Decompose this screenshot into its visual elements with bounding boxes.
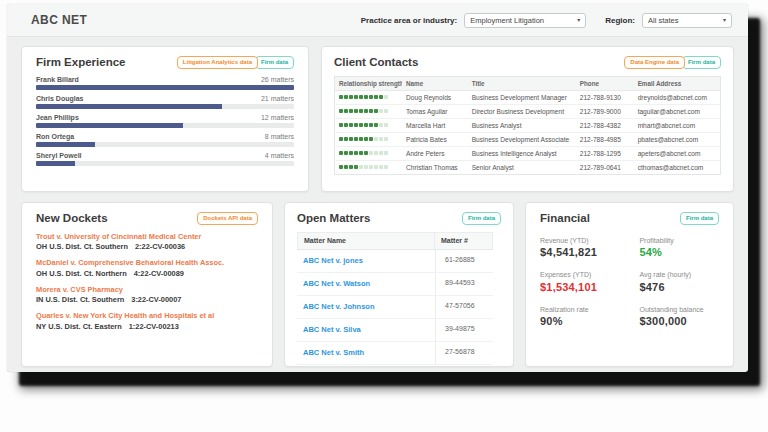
filter-controls: Practice area or industry: Employment Li… <box>361 13 732 28</box>
bar-fill <box>36 161 75 166</box>
metric-label: Avg rate (hourly) <box>639 271 719 278</box>
app-title: ABC NET <box>31 13 87 27</box>
strength-square <box>384 151 388 155</box>
bar-fill <box>36 104 222 109</box>
strength-square <box>364 95 368 99</box>
strength-square <box>369 137 373 141</box>
dockets-list: Trout v. University of Cincinnati Medica… <box>36 232 258 331</box>
practice-area-select[interactable]: Employment Litigation ▾ <box>464 13 586 28</box>
contact-row: Marcella HartBusiness Analyst212-788-438… <box>335 118 721 132</box>
strength-square <box>349 123 353 127</box>
strength-square <box>344 109 348 113</box>
strength-square <box>339 109 343 113</box>
strength-square <box>359 123 363 127</box>
matter-number: 39-49875 <box>435 319 493 341</box>
experience-bar-chart: Frank Billard26 mattersChris Douglas21 m… <box>36 76 294 166</box>
contact-phone: 212-788-9130 <box>576 90 634 104</box>
attorney-name: Chris Douglas <box>36 95 83 102</box>
docket-number: 3:22-CV-00007 <box>131 295 181 304</box>
strength-square <box>379 151 383 155</box>
col-email: Email Address <box>634 76 721 90</box>
strength-square <box>359 165 363 169</box>
strength-square <box>359 109 363 113</box>
docket-item: Trout v. University of Cincinnati Medica… <box>36 232 258 252</box>
col-matter-number: Matter # <box>434 233 492 249</box>
strength-square <box>339 137 343 141</box>
col-relationship-strength: Relationship strength <box>335 76 403 90</box>
docket-case-link[interactable]: McDaniel v. Comprehensive Behavioral Hea… <box>36 258 258 267</box>
contact-name: Patricia Bates <box>402 132 468 146</box>
firm-data-badge: Firm data <box>682 56 721 69</box>
open-matters-card: Open Matters Firm data Matter Name Matte… <box>284 202 514 367</box>
dashboard-main: Firm Experience Litigation Analytics dat… <box>7 37 748 367</box>
metric-value: $476 <box>639 281 719 293</box>
metric-label: Realization rate <box>540 306 631 313</box>
client-contacts-card: Client Contacts Data Engine data Firm da… <box>321 46 734 192</box>
attorney-name: Ron Ortega <box>36 133 74 140</box>
matters-header-row: Matter Name Matter # <box>297 232 493 250</box>
new-dockets-title: New Dockets <box>36 212 108 224</box>
contact-name: Christian Thomas <box>402 160 468 174</box>
strength-square <box>359 137 363 141</box>
client-contacts-table: Relationship strength Name Title Phone E… <box>334 76 721 175</box>
docket-court-line: OH U.S. Dist. Ct. Southern2:22-CV-00036 <box>36 242 258 251</box>
matters-count: 21 matters <box>261 95 294 102</box>
strength-square <box>364 151 368 155</box>
contact-email: mhart@abcnet.com <box>634 118 721 132</box>
metric-label: Expenses (YTD) <box>540 271 631 278</box>
strength-square <box>384 95 388 99</box>
metric-label: Profitability <box>639 237 719 244</box>
strength-square <box>364 165 368 169</box>
contact-name: Andre Peters <box>402 146 468 160</box>
strength-square <box>354 123 358 127</box>
strength-square <box>374 165 378 169</box>
strength-square <box>344 151 348 155</box>
contact-name: Doug Reynolds <box>402 90 468 104</box>
metric-realization-rate: Realization rate 90% <box>540 306 631 328</box>
strength-square <box>349 95 353 99</box>
firm-experience-badges: Litigation Analytics data Firm data <box>177 56 294 69</box>
relationship-strength-indicator <box>339 165 398 169</box>
strength-square <box>374 151 378 155</box>
strength-square <box>344 95 348 99</box>
contact-phone: 212-789-9000 <box>576 104 634 118</box>
matters-count: 12 matters <box>261 114 294 121</box>
chevron-down-icon: ▾ <box>577 17 580 23</box>
docket-case-link[interactable]: Quarles v. New York City Health and Hosp… <box>36 311 258 320</box>
strength-square <box>354 151 358 155</box>
docket-case-link[interactable]: Morera v. CVS Pharmacy <box>36 285 258 294</box>
relationship-strength-indicator <box>339 123 398 127</box>
financial-metrics-grid: Revenue (YTD) $4,541,821 Profitability 5… <box>540 237 719 328</box>
matter-name-link[interactable]: ABC Net v. Watson <box>297 273 435 295</box>
matter-name-link[interactable]: ABC Net v. Silva <box>297 319 435 341</box>
financial-badges: Firm data <box>683 212 719 225</box>
strength-square <box>354 165 358 169</box>
strength-square <box>369 123 373 127</box>
strength-square <box>374 109 378 113</box>
matter-row: ABC Net v. Johnson47-57056 <box>297 296 493 319</box>
strength-square <box>379 137 383 141</box>
practice-area-label: Practice area or industry: <box>361 16 457 25</box>
region-select[interactable]: All states ▾ <box>642 13 732 28</box>
contact-email: dreynolds@abcnet.com <box>634 90 721 104</box>
col-phone: Phone <box>576 76 634 90</box>
strength-square <box>364 137 368 141</box>
strength-square <box>374 123 378 127</box>
strength-square <box>349 165 353 169</box>
matter-name-link[interactable]: ABC Net v. jones <box>297 250 435 272</box>
contact-row: Doug ReynoldsBusiness Development Manage… <box>335 90 721 104</box>
strength-square <box>384 165 388 169</box>
bar-track <box>36 161 294 166</box>
chevron-down-icon: ▾ <box>723 17 726 23</box>
strength-square <box>339 95 343 99</box>
docket-item: McDaniel v. Comprehensive Behavioral Hea… <box>36 258 258 278</box>
strength-square <box>369 109 373 113</box>
bar-track <box>36 142 294 147</box>
matter-name-link[interactable]: ABC Net v. Johnson <box>297 296 435 318</box>
metric-value: $4,541,821 <box>540 246 631 258</box>
strength-square <box>364 109 368 113</box>
matter-name-link[interactable]: ABC Net v. Smith <box>297 342 435 364</box>
docket-case-link[interactable]: Trout v. University of Cincinnati Medica… <box>36 232 258 241</box>
strength-square <box>379 95 383 99</box>
metric-avg-rate: Avg rate (hourly) $476 <box>639 271 719 293</box>
